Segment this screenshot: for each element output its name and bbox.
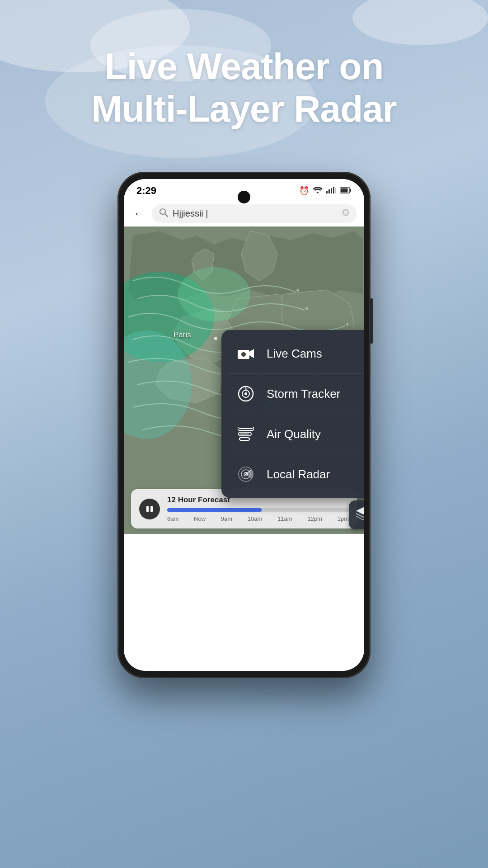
- svg-rect-1: [328, 189, 330, 193]
- forecast-slider[interactable]: [167, 508, 349, 512]
- local-radar-label: Local Radar: [267, 467, 330, 481]
- time-1pm: 1pm: [338, 515, 349, 522]
- search-input-container: Hjjiessii |: [152, 204, 357, 223]
- hero-title-line1: Live Weather on: [105, 46, 384, 87]
- status-time: 2:29: [136, 185, 156, 197]
- svg-marker-21: [249, 349, 254, 358]
- menu-item-air-quality[interactable]: Air Quality: [221, 414, 364, 454]
- storm-tracker-label: Storm Tracker: [267, 387, 340, 401]
- map-area[interactable]: Paris 12 Hour Forecast: [124, 226, 364, 534]
- svg-point-26: [244, 392, 247, 395]
- phone-screen: 2:29 ⏰ ←: [124, 179, 364, 671]
- search-clear-button[interactable]: [342, 208, 350, 219]
- time-11am: 11am: [277, 515, 292, 522]
- alarm-icon: ⏰: [299, 186, 309, 196]
- paris-dot: [214, 337, 217, 340]
- svg-rect-0: [326, 191, 328, 193]
- phone-frame: 2:29 ⏰ ←: [117, 172, 371, 678]
- phone-side-button: [370, 298, 373, 344]
- air-quality-label: Air Quality: [267, 427, 321, 441]
- time-10am: 10am: [248, 515, 263, 522]
- svg-point-16: [178, 267, 250, 321]
- pause-icon: [146, 506, 153, 512]
- camera-notch: [238, 191, 250, 203]
- camera-icon: [236, 344, 256, 363]
- svg-rect-29: [239, 438, 249, 440]
- wifi-icon: [313, 186, 323, 196]
- layers-icon: [356, 507, 364, 523]
- time-9am: 9am: [221, 515, 232, 522]
- svg-rect-4: [335, 188, 336, 193]
- layers-fab-button[interactable]: [349, 500, 364, 529]
- phone-device: 2:29 ⏰ ←: [117, 172, 371, 678]
- signal-icon: [326, 186, 336, 196]
- time-now: Now: [194, 515, 206, 522]
- menu-panel: Live Cams Storm Tracker: [221, 330, 364, 498]
- menu-item-local-radar[interactable]: Local Radar: [221, 454, 364, 494]
- live-cams-label: Live Cams: [267, 347, 322, 361]
- paris-location-label: Paris: [174, 330, 191, 340]
- svg-rect-7: [341, 188, 348, 192]
- svg-rect-2: [331, 188, 332, 193]
- radar-icon: [236, 464, 256, 484]
- search-icon: [159, 208, 168, 219]
- svg-line-9: [165, 214, 168, 217]
- svg-point-23: [243, 354, 245, 356]
- menu-item-live-cams[interactable]: Live Cams: [221, 334, 364, 373]
- forecast-times: 6am Now 9am 10am 11am 12pm 1pm: [167, 515, 349, 522]
- svg-rect-3: [333, 187, 334, 193]
- battery-icon: [340, 186, 352, 196]
- forecast-content: 12 Hour Forecast 6am Now 9am 10am 11am 1…: [167, 495, 349, 522]
- forecast-slider-fill: [167, 508, 262, 512]
- svg-rect-6: [350, 189, 351, 192]
- svg-marker-37: [356, 507, 364, 514]
- hero-title: Live Weather on Multi-Layer Radar: [27, 45, 461, 131]
- air-quality-icon: [236, 424, 256, 444]
- time-6am: 6am: [167, 515, 178, 522]
- back-arrow-icon: ←: [133, 207, 145, 221]
- search-bar-area: ← Hjjiessii |: [124, 201, 364, 226]
- time-12pm: 12pm: [307, 515, 322, 522]
- status-icons: ⏰: [299, 186, 352, 196]
- hero-title-line2: Multi-Layer Radar: [91, 88, 397, 129]
- hero-section: Live Weather on Multi-Layer Radar: [0, 45, 488, 131]
- menu-item-storm-tracker[interactable]: Storm Tracker: [221, 374, 364, 414]
- back-button[interactable]: ←: [131, 206, 147, 222]
- pause-button[interactable]: [139, 499, 160, 519]
- search-input[interactable]: Hjjiessii |: [173, 208, 337, 219]
- storm-icon: [236, 384, 256, 404]
